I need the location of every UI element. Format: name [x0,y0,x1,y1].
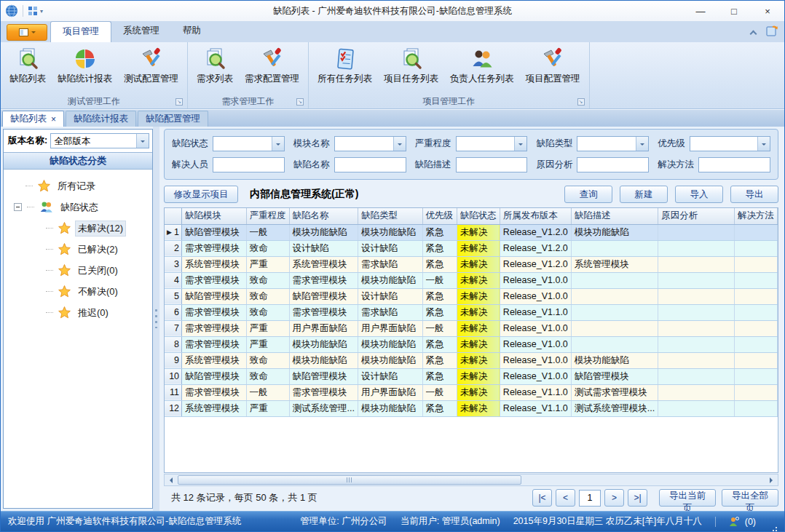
ribbon-button-负责人任务列表[interactable]: 负责人任务列表 [444,44,520,87]
ribbon-button-项目配置管理[interactable]: 项目配置管理 [520,44,586,87]
tree-item-所有记录[interactable]: 所有记录 [4,175,152,196]
cell[interactable]: 需求缺陷 [358,256,423,272]
cell[interactable]: Release_V1.2.0 [500,224,571,240]
table-row[interactable]: ▶1缺陷管理模块一般模块功能缺陷模块功能缺陷紧急未解决Release_V1.2.… [165,224,778,240]
dialog-launcher-icon[interactable]: ↘ [296,98,304,106]
cell[interactable]: 紧急 [422,304,457,320]
ribbon-button-所有任务列表[interactable]: 所有任务列表 [312,44,378,87]
collapse-ribbon-icon[interactable] [750,30,757,37]
ribbon-tab-帮助[interactable]: 帮助 [171,21,213,42]
scroll-left-icon[interactable] [165,475,176,485]
column-header-缺陷模块[interactable]: 缺陷模块 [182,208,247,224]
filter-input-缺陷名称[interactable] [334,157,406,172]
dropdown-arrow-icon[interactable] [757,137,770,151]
status-cell[interactable]: 未解决 [457,352,500,368]
cell[interactable]: 模块功能缺陷 [571,352,658,368]
tree-item-缺陷状态[interactable]: 缺陷状态 [4,196,152,218]
status-cell[interactable]: 未解决 [457,256,500,272]
cell[interactable] [734,384,777,400]
cell[interactable]: 一般 [246,224,289,240]
filter-input-解决人员[interactable] [213,157,285,172]
cell[interactable] [658,320,735,336]
cell[interactable]: Release_V1.2.0 [500,256,571,272]
cell[interactable] [734,288,777,304]
cell[interactable] [734,368,777,384]
filter-input-解决方法[interactable] [698,157,770,172]
cell[interactable] [571,272,658,288]
page-last-button[interactable]: >| [628,489,647,507]
dropdown-arrow-icon[interactable] [636,137,648,151]
cell[interactable]: 模块功能缺陷 [289,336,358,352]
table-row[interactable]: 10缺陷管理模块致命缺陷管理模块设计缺陷紧急未解决Release_V1.0.0缺… [165,368,778,384]
cell[interactable]: 致命 [246,368,289,384]
cell[interactable]: 用户界面缺陷 [289,320,358,336]
cell[interactable] [571,304,658,320]
column-header-缺陷类型[interactable]: 缺陷类型 [358,208,423,224]
doc-tab-缺陷配置管理[interactable]: 缺陷配置管理 [138,111,208,127]
filter-input-原因分析[interactable] [577,157,649,172]
page-first-button[interactable]: |< [532,489,552,507]
status-cell[interactable]: 未解决 [457,320,500,336]
cell[interactable]: 测试系统管理模块... [571,400,658,416]
status-cell[interactable]: 未解决 [457,304,500,320]
modify-display-items-button[interactable]: 修改显示项目 [164,186,238,203]
ribbon-button-缺陷列表[interactable]: 缺陷列表 [4,44,52,87]
cell[interactable]: 紧急 [422,256,457,272]
table-row[interactable]: 3系统管理模块严重系统管理模块需求缺陷紧急未解决Release_V1.2.0系统… [165,256,778,272]
dropdown-arrow-icon[interactable] [272,137,284,151]
cell[interactable]: 系统管理模块 [571,256,658,272]
cell[interactable]: Release_V1.1.0 [500,400,571,416]
cell[interactable]: 设计缺陷 [358,240,423,256]
cell[interactable]: 严重 [246,336,289,352]
cell[interactable]: 模块功能缺陷 [358,400,423,416]
cell[interactable]: 系统管理模块 [289,256,358,272]
status-cell[interactable]: 未解决 [457,288,500,304]
cell[interactable]: 用户界面缺陷 [358,320,423,336]
column-header-优先级[interactable]: 优先级 [422,208,457,224]
cell[interactable]: 严重 [246,320,289,336]
status-cell[interactable]: 未解决 [457,368,500,384]
cell[interactable] [658,240,735,256]
cell[interactable] [734,304,777,320]
cell[interactable]: 系统管理模块 [182,256,247,272]
status-cell[interactable]: 未解决 [457,400,500,416]
status-cell[interactable]: 未解决 [457,240,500,256]
cell[interactable]: 模块功能缺陷 [358,272,423,288]
cell[interactable] [658,368,735,384]
ribbon-tab-系统管理[interactable]: 系统管理 [111,21,171,42]
cell[interactable] [658,224,735,240]
action-button-导出[interactable]: 导出 [730,186,778,203]
cell[interactable]: 严重 [246,256,289,272]
sidebar-splitter[interactable] [153,127,159,511]
cell[interactable] [658,304,735,320]
cell[interactable]: 模块功能缺陷 [358,336,423,352]
cell[interactable]: 紧急 [422,400,457,416]
action-button-导入[interactable]: 导入 [675,186,723,203]
cell[interactable] [734,336,777,352]
cell[interactable]: 设计缺陷 [358,288,423,304]
cell[interactable]: 紧急 [422,352,457,368]
dialog-launcher-icon[interactable]: ↘ [577,98,585,106]
column-header-严重程度[interactable]: 严重程度 [246,208,289,224]
application-menu-button[interactable] [7,24,47,41]
tree-item-已关闭(0)[interactable]: 已关闭(0) [4,260,152,281]
filter-dropdown-优先级[interactable] [690,136,770,151]
cell[interactable]: 模块功能缺陷 [289,224,358,240]
cell[interactable]: Release_V1.0.0 [500,368,571,384]
ribbon-button-需求列表[interactable]: 需求列表 [191,44,239,87]
cell[interactable] [734,240,777,256]
maximize-button[interactable]: □ [717,1,751,21]
cell[interactable]: 需求管理模块 [289,304,358,320]
table-row[interactable]: 6需求管理模块致命需求管理模块需求缺陷紧急未解决Release_V1.1.0 [165,304,778,320]
filter-input-缺陷描述[interactable] [456,157,528,172]
cell[interactable]: 用户界面缺陷 [358,384,423,400]
cell[interactable] [658,384,735,400]
doc-tab-缺陷列表[interactable]: 缺陷列表× [2,111,64,127]
tree-item-不解决(0)[interactable]: 不解决(0) [4,281,152,302]
cell[interactable]: Release_V1.2.0 [500,240,571,256]
cell[interactable] [658,256,735,272]
cell[interactable]: 设计缺陷 [358,368,423,384]
cell[interactable]: 需求缺陷 [358,304,423,320]
cell[interactable]: 严重 [246,400,289,416]
table-row[interactable]: 9系统管理模块致命模块功能缺陷模块功能缺陷紧急未解决Release_V1.0.0… [165,352,778,368]
